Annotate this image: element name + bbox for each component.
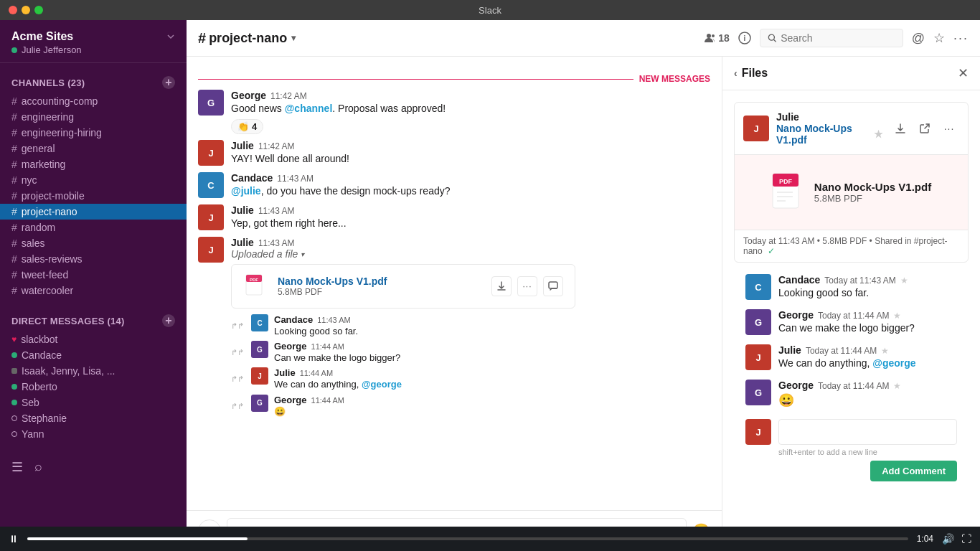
dm-candace[interactable]: Candace xyxy=(0,347,187,363)
main-content: # project-nano ▾ 18 xyxy=(187,20,980,551)
message-author: Julie xyxy=(231,237,254,248)
files-back-button[interactable]: ‹ xyxy=(734,67,738,79)
header-icons: 18 i @ ☆ ··· xyxy=(705,29,969,47)
sidebar-item-project-mobile[interactable]: # project-mobile xyxy=(0,188,187,204)
video-controls-right: 🔊 ⛶ xyxy=(942,533,971,545)
sidebar-item-engineering-hiring[interactable]: # engineering-hiring xyxy=(0,125,187,141)
upload-text: Uploaded a file ▾ xyxy=(231,248,710,260)
progress-bar[interactable] xyxy=(27,537,908,540)
sidebar-item-accounting-comp[interactable]: # accounting-comp xyxy=(0,93,187,109)
dm-roberto[interactable]: Roberto xyxy=(0,379,187,395)
members-icon[interactable]: 18 xyxy=(705,32,730,44)
dm-label: DIRECT MESSAGES (14) xyxy=(11,316,125,326)
sidebar-item-sales[interactable]: # sales xyxy=(0,235,187,251)
star-button[interactable]: ★ xyxy=(893,381,901,391)
george-comment-avatar: G xyxy=(745,309,771,335)
more-icon[interactable]: ··· xyxy=(953,31,969,46)
add-channel-button[interactable]: + xyxy=(162,76,175,89)
message-header: Candace 11:43 AM xyxy=(231,172,710,184)
sidebar-item-tweet-feed[interactable]: # tweet-feed xyxy=(0,267,187,283)
pdf-preview: PDF Nano Mock-Ups V1.pdf 5.8MB PDF xyxy=(771,172,931,212)
star-icon[interactable]: ☆ xyxy=(933,30,945,46)
sidebar-item-random[interactable]: # random xyxy=(0,220,187,235)
add-comment-button[interactable]: Add Comment xyxy=(870,461,957,481)
search-icon[interactable]: ⌕ xyxy=(34,459,42,475)
comment-input[interactable] xyxy=(778,419,957,445)
close-button[interactable] xyxy=(9,6,17,14)
sidebar-item-engineering[interactable]: # engineering xyxy=(0,109,187,125)
more-file-button[interactable]: ··· xyxy=(517,276,537,296)
george-thread-avatar: G xyxy=(251,395,268,412)
comment-author: George xyxy=(778,309,814,321)
sidebar-item-nyc[interactable]: # nyc xyxy=(0,172,187,188)
file-name[interactable]: Nano Mock-Ups V1.pdf xyxy=(278,276,483,287)
play-pause-button[interactable]: ⏸ xyxy=(9,533,19,545)
channels-header: CHANNELS (23) + xyxy=(0,75,187,93)
star-button[interactable]: ★ xyxy=(881,346,889,356)
thread-text: 😀 xyxy=(274,405,344,418)
file-uploader-avatar: J xyxy=(743,116,769,141)
dm-yann[interactable]: Yann xyxy=(0,426,187,442)
dm-group[interactable]: Isaak, Jenny, Lisa, ... xyxy=(0,363,187,379)
dm-stephanie[interactable]: Stephanie xyxy=(0,410,187,426)
reply-icon: ↱↱ xyxy=(231,375,244,384)
thread-msg-content: Julie 11:44 AM We can do anything, @geor… xyxy=(274,367,402,391)
comment-candace: C Candace Today at 11:43 AM ★ Looking go… xyxy=(745,274,957,301)
comment-content: Candace Today at 11:43 AM ★ Looking good… xyxy=(778,274,957,301)
minimize-button[interactable] xyxy=(22,6,30,14)
star-button[interactable]: ★ xyxy=(893,311,901,321)
star-button[interactable]: ★ xyxy=(900,276,908,286)
comment-file-button[interactable] xyxy=(543,276,563,296)
comment-time: Today at 11:44 AM xyxy=(818,381,889,391)
volume-button[interactable]: 🔊 xyxy=(942,533,954,545)
dm-slackbot[interactable]: ♥ slackbot xyxy=(0,331,187,347)
at-icon[interactable]: @ xyxy=(912,31,925,46)
add-dm-button[interactable]: + xyxy=(162,314,175,327)
info-button[interactable]: i xyxy=(738,32,751,44)
hash-icon: # xyxy=(11,206,17,217)
thread-message-candace: ↱↱ C Candace 11:43 AM Looking good so fa… xyxy=(231,314,710,338)
workspace-name[interactable]: Acme Sites xyxy=(11,30,175,43)
dm-seb[interactable]: Seb xyxy=(0,395,187,410)
files-close-button[interactable]: ✕ xyxy=(958,65,969,81)
thread-time: 11:44 AM xyxy=(311,342,344,351)
message-julie-1: J Julie 11:42 AM YAY! Well done all arou… xyxy=(198,140,710,166)
more-options-button[interactable]: ··· xyxy=(939,118,959,138)
candace-thread-avatar: C xyxy=(251,314,268,331)
hash-icon: # xyxy=(11,174,17,186)
external-link-button[interactable] xyxy=(915,118,935,138)
message-text: @julie, do you have the design mock-ups … xyxy=(231,184,710,199)
file-star-icon[interactable]: ★ xyxy=(874,128,883,140)
sidebar-item-sales-reviews[interactable]: # sales-reviews xyxy=(0,251,187,267)
message-content: Julie 11:42 AM YAY! Well done all around… xyxy=(231,140,710,166)
hash-icon: # xyxy=(11,237,17,249)
reaction-button[interactable]: 👏 4 xyxy=(231,119,263,134)
list-icon[interactable]: ☰ xyxy=(11,459,23,475)
download-file-button[interactable] xyxy=(890,118,910,138)
hash-icon: # xyxy=(11,95,17,107)
svg-rect-9 xyxy=(549,282,557,288)
fullscreen-button[interactable]: ⛶ xyxy=(961,533,971,545)
info-icon: i xyxy=(738,32,751,44)
channels-section: CHANNELS (23) + # accounting-comp # engi… xyxy=(0,63,187,301)
sidebar-item-project-nano[interactable]: # project-nano xyxy=(0,204,187,220)
search-input[interactable] xyxy=(781,32,895,44)
search-box[interactable] xyxy=(760,29,903,47)
thread-block: ↱↱ C Candace 11:43 AM Looking good so fa… xyxy=(198,314,710,418)
message-header: Julie 11:43 AM xyxy=(231,237,710,248)
thread-msg-header: George 11:44 AM xyxy=(274,395,344,405)
fullscreen-button[interactable] xyxy=(34,6,43,14)
file-preview: PDF Nano Mock-Ups V1.pdf 5.8MB PDF xyxy=(735,154,968,230)
download-button[interactable] xyxy=(491,276,512,296)
sidebar-item-watercooler[interactable]: # watercooler xyxy=(0,283,187,298)
offline-status-dot xyxy=(11,415,17,421)
hash-icon: # xyxy=(11,190,17,202)
channel-dropdown-icon[interactable]: ▾ xyxy=(291,33,296,43)
file-preview-details: Nano Mock-Ups V1.pdf 5.8MB PDF xyxy=(814,181,931,204)
sidebar-item-marketing[interactable]: # marketing xyxy=(0,156,187,172)
julie-avatar: J xyxy=(198,237,224,263)
upload-caret-icon[interactable]: ▾ xyxy=(301,250,304,258)
sidebar-item-general[interactable]: # general xyxy=(0,141,187,156)
file-card: J Julie Nano Mock-Ups V1.pdf ★ xyxy=(734,102,969,263)
message-text: Yep, got them right here... xyxy=(231,216,710,231)
